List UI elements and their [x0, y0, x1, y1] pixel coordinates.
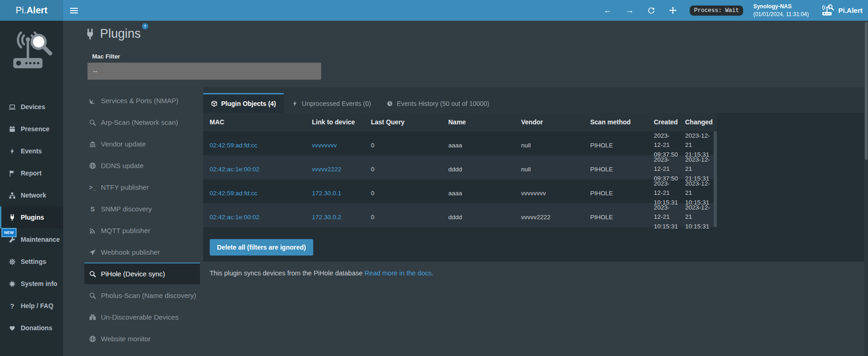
sidebar-item-settings[interactable]: Settings [0, 251, 63, 273]
table-scrollbar[interactable] [714, 131, 717, 227]
scrollbar-thumb[interactable] [865, 22, 868, 160]
plugin-nav-item-services-ports-nmap[interactable]: Services & Ports (NMAP) [84, 89, 200, 111]
new-badge: NEW [1, 228, 17, 237]
plugin-panel: Plugin Objects (4)Unprocessed Events (0)… [203, 87, 864, 277]
plugin-nav-label: SNMP discovery [101, 205, 152, 213]
page-scrollbar[interactable] [864, 21, 868, 356]
plugin-nav-item-webhook-publisher[interactable]: Webhook publisher [84, 241, 200, 263]
plugin-nav-label: DDNS update [101, 162, 144, 169]
plugin-nav-label: MQTT publisher [101, 227, 150, 234]
gear-icon [8, 258, 16, 265]
sidebar-item-help-faq[interactable]: ?Help / FAQ [0, 295, 63, 317]
sidebar-item-events[interactable]: Events [0, 140, 63, 162]
satellite-icon [88, 97, 97, 105]
refresh-icon[interactable] [647, 6, 655, 14]
plugin-nav-label: PiHole (Device sync) [101, 270, 165, 278]
tab-plugin-objects-4[interactable]: Plugin Objects (4) [203, 93, 284, 113]
search-icon [88, 119, 97, 126]
clock-icon [387, 100, 393, 107]
link-to-device-link[interactable]: vvvvv2222 [312, 166, 341, 173]
brand-logo[interactable]: Pi.Alert [0, 0, 63, 21]
header-app-brand: Pi.Alert [820, 4, 862, 18]
docs-link[interactable]: Read more in the docs. [364, 269, 434, 277]
sidebar-item-presence[interactable]: Presence [0, 118, 63, 140]
globe-icon [88, 335, 97, 343]
forward-icon[interactable]: → [625, 6, 633, 15]
plugin-nav-item-ddns-update[interactable]: DDNS update [84, 154, 200, 176]
sidebar-item-label: Devices [21, 103, 45, 111]
app-logo [0, 21, 63, 75]
bolt-icon [8, 148, 16, 155]
cell-last-query: 0 [364, 214, 442, 221]
sidebar-item-report[interactable]: Report [0, 162, 63, 184]
table-header-row: MACLink to deviceLast QueryNameVendorSca… [203, 113, 717, 131]
sidebar-item-label: System info [21, 280, 57, 287]
plugin-nav-item-pholus-scan-name-discovery[interactable]: Pholus-Scan (Name discovery) [84, 284, 200, 306]
help-badge[interactable]: ? [142, 23, 148, 29]
plugin-nav-label: Services & Ports (NMAP) [101, 97, 178, 105]
tab-events-history-50-out-of-10000[interactable]: Events History (50 out of 10000) [379, 93, 497, 113]
tab-unprocessed-events-0[interactable]: Unprocessed Events (0) [284, 93, 379, 113]
plugin-nav-item-mqtt-publisher[interactable]: MQTT publisher [84, 219, 200, 241]
plug-icon [84, 29, 96, 42]
sidebar-item-donations[interactable]: Donations [0, 317, 63, 339]
mac-link[interactable]: 02:42:ac:1e:00:02 [210, 214, 259, 221]
cell-mac: 02:42:ac:1e:00:02 [203, 214, 305, 221]
send-icon [88, 249, 97, 256]
laptop-icon [8, 104, 16, 111]
plugin-description: This plugin syncs devices from the PiHol… [210, 269, 864, 277]
plugin-nav-item-pihole-device-sync[interactable]: PiHole (Device sync) [84, 263, 200, 284]
link-to-device-link[interactable]: vvvvvvvv [312, 142, 337, 149]
plugin-nav-item-website-monitor[interactable]: Website monitor [84, 327, 200, 349]
sidebar-item-label: Donations [21, 324, 52, 332]
sidebar-item-maintenance[interactable]: MaintenanceNEW [0, 228, 63, 251]
tab-label: Plugin Objects (4) [221, 100, 276, 107]
sidebar-item-devices[interactable]: Devices [0, 96, 63, 118]
heart-icon [8, 325, 16, 332]
cell-scan-method: PIHOLE [584, 166, 647, 173]
terminal-icon: >_ [88, 184, 97, 191]
move-icon[interactable] [669, 6, 677, 14]
tab-label: Events History (50 out of 10000) [397, 100, 489, 107]
cell-scan-method: PIHOLE [584, 142, 647, 149]
router-magnifier-logo [7, 27, 56, 75]
plugin-nav-item-ntfy-publisher[interactable]: >_NTFY publisher [84, 176, 200, 198]
sidebar-item-plugins[interactable]: Plugins [0, 206, 63, 228]
sidebar-item-system-info[interactable]: System info [0, 273, 63, 295]
column-header-vendor: Vendor [515, 118, 584, 126]
bolt-icon [292, 100, 298, 107]
sidebar-item-label: Presence [21, 125, 49, 133]
brand-suffix: Alert [26, 5, 47, 16]
column-header-mac: MAC [203, 118, 305, 126]
link-to-device-link[interactable]: 172.30.0.2 [312, 214, 341, 221]
host-info: Synology-NAS (01/01/2024, 11:31:04) [753, 3, 809, 18]
back-icon[interactable]: ← [603, 6, 611, 15]
delete-all-button[interactable]: Delete all (filters are ignored) [210, 239, 313, 256]
hamburger-menu-button[interactable] [63, 0, 84, 21]
cell-vendor: null [515, 166, 584, 173]
plugin-nav-item-snmp-discovery[interactable]: SSNMP discovery [84, 198, 200, 219]
cell-link-to-device: vvvvv2222 [305, 166, 364, 173]
sidebar-item-label: Report [21, 169, 41, 177]
mac-filter-input[interactable] [88, 63, 321, 80]
cell-name: aaaa [442, 142, 515, 149]
sidebar-item-network[interactable]: Network [0, 184, 63, 206]
mac-link[interactable]: 02:42:ac:1e:00:02 [210, 166, 259, 173]
table-row: 02:42:59:ad:fd:ccvvvvvvvv0aaaanullPIHOLE… [203, 131, 717, 155]
mac-link[interactable]: 02:42:59:ad:fd:cc [210, 190, 258, 197]
cell-vendor: vvvvv2222 [515, 214, 584, 221]
snmp-icon: S [88, 205, 97, 213]
mac-link[interactable]: 02:42:59:ad:fd:cc [210, 142, 258, 149]
plugin-nav-item-vendor-update[interactable]: Vendor update [84, 133, 200, 154]
plugin-nav-label: Vendor update [101, 140, 146, 148]
plugin-nav-label: Un-Discoverable Devices [101, 313, 178, 321]
plugin-nav-item-arp-scan-network-scan[interactable]: Arp-Scan (Network scan) [84, 111, 200, 133]
cell-link-to-device: 172.30.0.2 [305, 214, 364, 221]
tab-content: MACLink to deviceLast QueryNameVendorSca… [203, 113, 864, 262]
plugin-nav-item-un-discoverable-devices[interactable]: Un-Discoverable Devices [84, 306, 200, 327]
table-row: 02:42:ac:1e:00:02172.30.0.20ddddvvvvv222… [203, 203, 717, 227]
sidebar-item-label: Settings [21, 258, 46, 265]
link-to-device-link[interactable]: 172.30.0.1 [312, 190, 341, 197]
question-icon: ? [8, 302, 16, 310]
header-right: ←→ Process: Wait Synology-NAS (01/01/202… [603, 0, 868, 21]
